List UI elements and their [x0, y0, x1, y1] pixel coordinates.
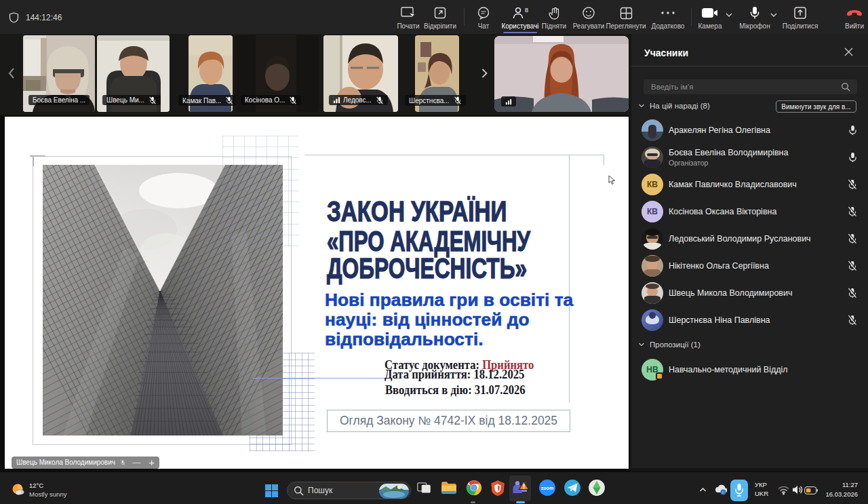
svg-text:zoom: zoom	[541, 486, 553, 490]
svg-text:8: 8	[525, 7, 528, 14]
svg-text:i: i	[722, 490, 724, 495]
